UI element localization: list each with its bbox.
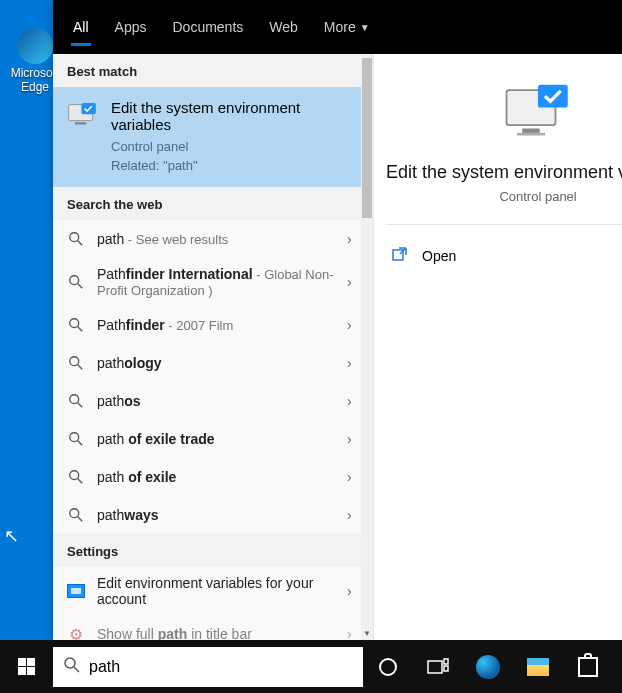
web-result-text: path of exile	[97, 469, 335, 485]
preview-subtitle: Control panel	[499, 189, 576, 204]
search-icon	[67, 317, 85, 333]
web-result[interactable]: path of exile trade›	[53, 420, 373, 458]
svg-point-9	[70, 357, 79, 366]
start-button[interactable]	[0, 640, 53, 693]
svg-line-10	[78, 365, 82, 369]
svg-line-6	[78, 284, 82, 288]
svg-point-17	[70, 509, 79, 518]
best-match-title: Edit the system environment variables	[111, 99, 359, 133]
svg-point-7	[70, 319, 79, 328]
section-settings: Settings	[53, 534, 373, 567]
microsoft-store-icon	[578, 657, 598, 677]
svg-point-15	[70, 471, 79, 480]
svg-rect-1	[75, 122, 86, 124]
best-match-result[interactable]: Edit the system environment variables Co…	[53, 87, 373, 187]
search-filter-tabs: All Apps Documents Web More▼	[53, 0, 622, 54]
result-preview-pane: Edit the system environment variables Co…	[373, 54, 622, 640]
scrollbar-thumb[interactable]	[362, 58, 372, 218]
svg-line-18	[78, 517, 82, 521]
web-result-text: path of exile trade	[97, 431, 335, 447]
settings-result[interactable]: Edit environment variables for your acco…	[53, 567, 373, 615]
svg-point-24	[65, 658, 75, 668]
edge-icon	[476, 655, 500, 679]
taskbar	[0, 640, 622, 693]
search-icon	[67, 355, 85, 371]
settings-result-text: Edit environment variables for your acco…	[97, 575, 335, 607]
monitor-check-icon	[503, 84, 573, 142]
settings-result-text: Show full path in title bar	[97, 626, 335, 640]
web-result[interactable]: pathology›	[53, 344, 373, 382]
cortana-button[interactable]	[363, 640, 413, 693]
svg-rect-27	[428, 661, 442, 673]
svg-line-8	[78, 327, 82, 331]
monitor-check-icon	[67, 103, 99, 127]
start-search-panel: All Apps Documents Web More▼ Best match …	[53, 0, 622, 640]
mouse-cursor: ↖	[4, 525, 19, 547]
tab-all[interactable]: All	[61, 0, 101, 54]
web-result-text: Pathfinder - 2007 Film	[97, 317, 335, 333]
divider	[386, 224, 622, 225]
chevron-down-icon: ▼	[360, 22, 370, 33]
web-result[interactable]: path of exile›	[53, 458, 373, 496]
tab-documents[interactable]: Documents	[160, 0, 255, 54]
svg-line-14	[78, 441, 82, 445]
svg-line-16	[78, 479, 82, 483]
tab-more[interactable]: More▼	[312, 0, 382, 54]
settings-slider-icon: ⚙	[67, 625, 85, 641]
svg-rect-21	[517, 133, 545, 136]
web-result-text: pathways	[97, 507, 335, 523]
taskbar-app-explorer[interactable]	[513, 640, 563, 693]
best-match-subtitle: Control panel	[111, 139, 359, 154]
search-icon	[67, 393, 85, 409]
open-icon	[392, 245, 410, 266]
settings-monitor-icon	[67, 584, 85, 598]
tab-apps[interactable]: Apps	[103, 0, 159, 54]
web-result[interactable]: pathways›	[53, 496, 373, 534]
taskbar-search-box[interactable]	[53, 647, 363, 687]
svg-point-26	[380, 659, 396, 675]
svg-rect-29	[444, 666, 448, 671]
edge-icon	[17, 28, 53, 64]
tab-web[interactable]: Web	[257, 0, 310, 54]
results-list: Best match Edit the system environment v…	[53, 54, 373, 640]
best-match-related: Related: "path"	[111, 158, 359, 173]
svg-rect-22	[538, 85, 568, 108]
svg-point-3	[70, 233, 79, 242]
scroll-down-icon[interactable]: ▼	[361, 626, 373, 640]
search-input[interactable]	[89, 658, 353, 676]
web-result[interactable]: Pathfinder - 2007 Film›	[53, 306, 373, 344]
search-icon	[67, 507, 85, 523]
settings-result[interactable]: ⚙Show full path in title bar›	[53, 615, 373, 640]
preview-title: Edit the system environment variables	[386, 162, 622, 183]
svg-point-11	[70, 395, 79, 404]
file-explorer-icon	[527, 658, 549, 676]
search-icon	[67, 431, 85, 447]
svg-rect-20	[522, 129, 540, 133]
windows-logo-icon	[18, 658, 35, 675]
search-icon	[67, 469, 85, 485]
section-search-web: Search the web	[53, 187, 373, 220]
web-result-text: path - See web results	[97, 231, 335, 247]
search-icon	[63, 656, 81, 678]
svg-line-25	[74, 667, 79, 672]
web-result-text: pathos	[97, 393, 335, 409]
open-action[interactable]: Open	[386, 235, 622, 276]
section-best-match: Best match	[53, 54, 373, 87]
taskbar-app-edge[interactable]	[463, 640, 513, 693]
svg-point-13	[70, 433, 79, 442]
results-scrollbar[interactable]: ▲ ▼	[361, 54, 373, 640]
search-icon	[67, 231, 85, 247]
search-icon	[67, 274, 85, 290]
web-result[interactable]: path - See web results›	[53, 220, 373, 258]
task-view-button[interactable]	[413, 640, 463, 693]
svg-line-12	[78, 403, 82, 407]
svg-rect-28	[444, 659, 448, 664]
web-result[interactable]: Pathfinder International - Global Non-Pr…	[53, 258, 373, 306]
svg-point-5	[70, 276, 79, 285]
open-label: Open	[422, 248, 456, 264]
svg-line-4	[78, 241, 82, 245]
web-result-text: pathology	[97, 355, 335, 371]
web-result-text: Pathfinder International - Global Non-Pr…	[97, 266, 335, 298]
web-result[interactable]: pathos›	[53, 382, 373, 420]
taskbar-app-store[interactable]	[563, 640, 613, 693]
